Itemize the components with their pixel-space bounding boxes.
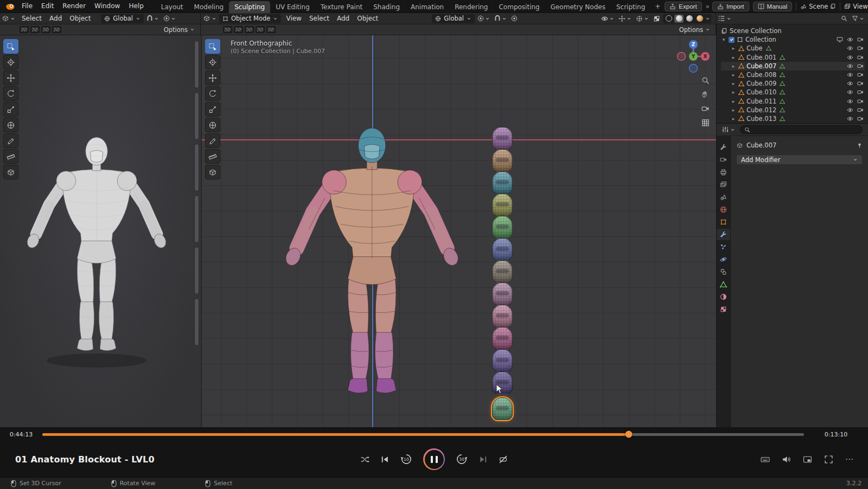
shading-rendered-button[interactable] [695,15,704,23]
stacked-head-object[interactable] [492,349,513,372]
cursor-tool[interactable] [3,55,18,69]
workspace-tab[interactable]: Animation [405,1,449,13]
fullscreen-button[interactable] [824,455,833,464]
scene-collection-row[interactable]: Scene Collection [721,27,865,35]
outliner-object-row[interactable]: ▸ Cube.011 [721,97,865,106]
blender-logo-icon[interactable] [5,3,15,10]
expand-caret-icon[interactable]: ▸ [731,99,736,104]
collection-row[interactable]: ▾ Collection [721,35,865,44]
stacked-head-object[interactable] [492,171,513,194]
stacked-head-object[interactable] [492,149,513,172]
expand-caret-icon[interactable]: ▸ [731,55,736,60]
camera-render-icon[interactable] [857,54,864,61]
eye-visibility-icon[interactable] [847,80,853,87]
eye-visibility-icon[interactable] [847,98,853,105]
tab-scene[interactable] [717,191,730,203]
panel-grip[interactable] [194,92,199,140]
stacked-head-object[interactable] [492,260,513,283]
expand-caret-icon[interactable]: ▸ [731,63,736,69]
camera-render-icon[interactable] [857,72,864,78]
tab-object[interactable] [717,216,730,228]
header-menu-item[interactable]: Object [66,13,94,24]
viewlayer-selector[interactable]: ViewLayer [844,3,868,10]
camera-render-icon[interactable] [857,107,864,113]
scale-tool[interactable] [205,102,220,117]
outliner-object-row[interactable]: ▸ Cube.012 [721,106,865,114]
main-menu-item[interactable]: Window [90,0,124,12]
stacked-head-object[interactable] [492,127,513,150]
pause-button[interactable] [423,448,445,470]
transform-tool[interactable] [205,118,220,132]
zoom-icon[interactable] [701,76,710,85]
repeat-off-button[interactable] [499,455,508,464]
expand-caret-icon[interactable]: ▸ [731,81,736,86]
mode-toggle-tile[interactable] [223,26,232,33]
eye-visibility-icon[interactable] [847,63,853,69]
expand-caret-icon[interactable]: ▸ [731,107,736,113]
eye-visibility-icon[interactable] [847,54,853,61]
camera-render-icon[interactable] [857,45,864,52]
options-dropdown[interactable]: Options [164,26,200,34]
workspace-tab[interactable]: Layout [156,1,189,13]
volume-button[interactable] [782,455,791,464]
select-box-tool[interactable] [3,39,18,54]
keyboard-shortcuts-button[interactable] [761,455,770,464]
seek-bar[interactable] [42,433,804,436]
workspace-tab[interactable]: Compositing [493,1,545,13]
outliner-search-icon[interactable] [839,14,849,23]
workspace-tab[interactable]: Texture Paint [315,1,368,13]
ortho-grid-icon[interactable] [701,119,710,127]
eye-visibility-icon[interactable] [847,115,853,122]
shading-material-button[interactable] [685,15,694,23]
measure-tool[interactable] [205,149,220,164]
copy-icon[interactable] [830,3,836,9]
outliner-object-row[interactable]: ▸ Cube.010 [721,88,865,96]
tab-object-data[interactable] [717,279,730,290]
shading-solid-button[interactable] [674,15,684,23]
expand-caret-icon[interactable]: ▸ [731,89,736,95]
tab-tool[interactable] [717,141,730,153]
expand-caret-icon[interactable]: ▸ [731,72,736,78]
add-cube-tool[interactable] [3,165,18,179]
mask-toggle-tile[interactable] [41,26,50,33]
workspace-tab[interactable]: Scripting [611,1,650,13]
cursor-tool[interactable] [205,55,220,69]
mode-select[interactable]: Object Mode [219,14,281,23]
header-menu-item[interactable]: Add [46,13,66,24]
panel-grip[interactable] [194,144,199,191]
mask-toggle-tile[interactable] [52,26,61,33]
transform-tool[interactable] [3,118,18,132]
main-menu-item[interactable]: Edit [37,0,58,12]
add-modifier-button[interactable]: Add Modifier [736,155,863,165]
tab-output[interactable] [717,166,730,178]
main-menu-item[interactable]: Render [58,0,90,12]
scale-tool[interactable] [3,102,18,117]
skip-previous-button[interactable] [380,455,390,464]
pivot-point-select[interactable] [476,14,492,23]
exclude-monitor-icon[interactable] [837,36,843,43]
expand-caret-icon[interactable]: ▸ [731,46,736,51]
eye-visibility-icon[interactable] [847,107,853,113]
header-menu-item[interactable]: Select [305,13,333,24]
tab-texture[interactable] [717,304,730,315]
panel-grip[interactable] [194,41,199,88]
header-menu-item[interactable]: View [282,13,305,24]
stacked-head-object[interactable] [492,397,513,420]
transform-orientation-select[interactable]: Global [101,14,144,23]
eye-visibility-icon[interactable] [847,45,853,52]
eye-visibility-icon[interactable] [847,89,853,95]
header-menu-item[interactable]: Add [333,13,353,24]
outliner-object-row[interactable]: ▸ Cube [721,44,865,53]
export-button[interactable]: Export [665,2,701,11]
scene-selector[interactable]: Scene [800,3,836,10]
expand-caret-icon[interactable]: ▸ [731,116,736,121]
outliner-object-row[interactable]: ▸ Cube.009 [721,79,865,88]
transform-orientation-select[interactable]: Global [432,14,475,23]
reference-viewport[interactable] [0,35,201,427]
more-options-button[interactable]: ⋯ [845,454,854,464]
select-box-tool[interactable] [205,39,220,54]
move-tool[interactable] [205,70,220,85]
progress-knob[interactable] [626,431,633,438]
stacked-head-object[interactable] [492,305,513,327]
camera-render-icon[interactable] [857,63,864,69]
